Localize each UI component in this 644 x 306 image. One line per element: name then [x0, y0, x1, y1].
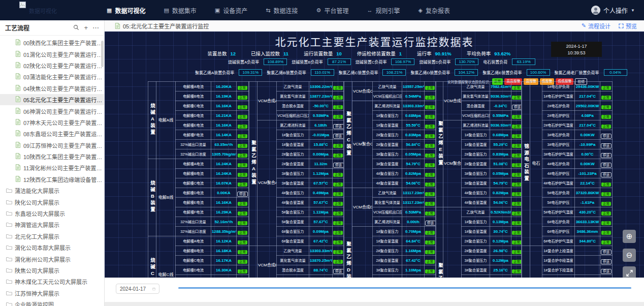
user-menu[interactable]: 个人操作 ▼: [591, 6, 635, 15]
status-chip: 正常: [512, 173, 522, 177]
sidebar-folder-item[interactable]: 江苏恒神大屏展示: [0, 288, 104, 299]
nav-item-platform[interactable]: ⚙平台管理: [316, 6, 349, 15]
status-chip: 正常: [333, 105, 343, 109]
sidebar-file-item[interactable]: 09江苏恒神公司主要生产装置运...: [0, 140, 104, 151]
sidebar-folder-item[interactable]: 陕化公司大屏展示: [0, 196, 104, 207]
nav-item-market[interactable]: ▤数据集市: [164, 6, 196, 15]
param-name: 2#聚合釜压力: [373, 246, 402, 256]
status-chip: 正常: [238, 240, 247, 244]
status-cell: 正常: [511, 178, 522, 188]
param-name: 电解槽B电流: [176, 91, 211, 101]
zoom-out-button[interactable]: ⊖: [623, 249, 636, 262]
sidebar-folder-item[interactable]: 东鑫垣公司大屏展示: [0, 208, 104, 219]
sidebar-file-item[interactable]: 05北元化工主要生产装置运行监...: [0, 94, 104, 105]
sidebar-scrollbar[interactable]: [101, 41, 104, 67]
nav-item-rule[interactable]: ↔规则引擎: [367, 6, 400, 15]
status-cell: 正常: [511, 246, 522, 256]
sidebar-file-item[interactable]: 10陕西化工集团主要生产装置运...: [0, 151, 104, 162]
line-label: VCM合成C线: [352, 82, 373, 101]
sidebar-file-item[interactable]: 02陕化公司主要生产装置运行监...: [0, 60, 104, 71]
sidebar-file-item[interactable]: 01渭化公司主要生产装置运行监...: [0, 48, 104, 59]
status-cell: 正常: [511, 140, 522, 149]
param-name: 1#聚合釜温度: [373, 236, 402, 246]
nav-item-report[interactable]: ◈复杂报表: [418, 6, 449, 15]
folder-icon: [6, 256, 12, 262]
status-chip: 正常: [601, 221, 611, 225]
nav-item-visual[interactable]: ▦数据可视化: [107, 6, 145, 15]
sidebar-file-item[interactable]: 07神木天元公司主要生产装置运...: [0, 117, 104, 128]
status-chip: 正常: [601, 192, 611, 196]
report-icon: ◈: [418, 7, 422, 14]
calendar-icon: [152, 286, 155, 292]
load-rate-value: 108.89%: [264, 58, 287, 65]
param-name: 2#电石炉负荷: [542, 101, 575, 111]
param-name: 5#电石炉炉压: [542, 198, 575, 207]
add-icon[interactable]: +: [84, 24, 88, 31]
status-chip: 停运: [601, 163, 611, 168]
status-chip: 停运: [512, 105, 522, 110]
nav-item-asset[interactable]: ▣设备资产: [215, 6, 247, 15]
sidebar-folder-item[interactable]: 神渭管运大屏展示: [0, 219, 104, 230]
sidebar-folder-item[interactable]: 渭化彬州公司大屏展示: [0, 253, 104, 264]
sidebar-folder-item[interactable]: 蒲洁能化大屏展示: [0, 185, 104, 196]
app-logo: 数据可视化: [0, 0, 107, 20]
sidebar-folder-item[interactable]: 神木煤化工天元公司大屏展示: [0, 276, 104, 287]
zoom-in-button[interactable]: ⊕: [623, 230, 636, 243]
date-picker[interactable]: [116, 284, 159, 294]
sidebar-file-item[interactable]: 06神渭公司主要生产装置运行监...: [0, 105, 104, 116]
sidebar-file-item[interactable]: 11渭化彬州公司主要生产装置运...: [0, 162, 104, 173]
line-label: 兰炭: [530, 246, 542, 278]
param-value: 0.13Mpa: [490, 217, 511, 227]
param-name: 氯化氢气体流量: [277, 256, 309, 265]
param-value: 0.05Mpa: [402, 149, 425, 159]
file-icon: [15, 51, 21, 58]
status-cell: 正常: [237, 159, 249, 169]
sidebar-file-item[interactable]: 04陕焦公司主要生产装置运行监...: [0, 83, 104, 94]
flow-design-button[interactable]: ✎流程设计: [582, 22, 610, 30]
param-name: 5#聚合釜压力: [277, 207, 309, 217]
sidebar-folder-item[interactable]: 北元化工大屏展示: [0, 231, 104, 242]
file-icon: [15, 96, 21, 103]
stat-label: 已接入监控数: [251, 51, 280, 56]
param-value: 16.16KA: [211, 120, 237, 130]
status-cell: 停运: [600, 256, 613, 265]
search-icon[interactable]: [73, 24, 79, 32]
status-cell: 正常: [511, 159, 522, 169]
sidebar-file-item[interactable]: 03蒲洁能化主要生产装置运行监...: [0, 71, 104, 82]
device-label: 聚氯乙烯C装置: [344, 82, 352, 188]
sidebar-folder-item[interactable]: 渭化公司本部大屏展示: [0, 242, 104, 253]
status-chip: 正常: [333, 240, 343, 244]
horizontal-scrollbar[interactable]: [178, 287, 631, 289]
param-value: 0.00t/h: [402, 217, 425, 227]
status-cell: 正常: [333, 188, 344, 198]
monitoring-table: 烧碱A装置电解A线电解槽A电流16.20KA正常电解槽B电流16.19KA正常电…: [148, 81, 613, 278]
status-chip: 正常: [238, 144, 247, 148]
status-chip: 正常: [333, 192, 343, 196]
date-input[interactable]: [120, 286, 149, 292]
preview-button[interactable]: 预览: [619, 22, 637, 30]
sidebar-file-item[interactable]: 00陕西化工集团主要生产装置运...: [0, 37, 104, 48]
param-value: 1.12Mpa: [309, 169, 333, 178]
sidebar-folder-item[interactable]: 陕焦公司大屏展示: [0, 265, 104, 276]
line-label: VCM合成B线: [257, 246, 277, 278]
nav-item-connect[interactable]: ⇆数据连接: [266, 6, 298, 15]
param-value: 16.29KA: [211, 207, 237, 217]
sidebar-item-label: 陕化公司大屏展示: [15, 198, 59, 206]
more-icon[interactable]: ⋯: [92, 24, 99, 31]
param-name: 2#聚合釜温度: [462, 246, 490, 256]
monitor-group-1: 烧碱A装置电解A线电解槽A电流16.20KA正常电解槽B电流16.19KA正常电…: [148, 81, 249, 278]
status-chip: 正常: [601, 240, 611, 244]
status-cell: 正常: [237, 207, 249, 217]
param-value: 0.00KW: [575, 159, 600, 169]
param-value: 52.16m³/h: [211, 217, 237, 227]
sidebar-file-item[interactable]: 12陕西化工集团边缘端设备管理...: [0, 174, 104, 185]
sidebar-folder-item[interactable]: 企业能源监控图: [0, 299, 104, 306]
status-chip: 正常: [512, 221, 522, 225]
status-cell: 正常: [333, 101, 344, 111]
param-name: 2#聚合釜压力: [373, 130, 402, 140]
status-cell: 正常: [237, 169, 249, 178]
sidebar-file-item[interactable]: 08东鑫垣公司主要生产装置运行...: [0, 128, 104, 139]
status-chip: 正常: [601, 115, 611, 119]
param-value: 16.18KA: [211, 246, 237, 256]
tab-current[interactable]: 05:北元化工主要生产装置运行监控: [115, 22, 209, 30]
